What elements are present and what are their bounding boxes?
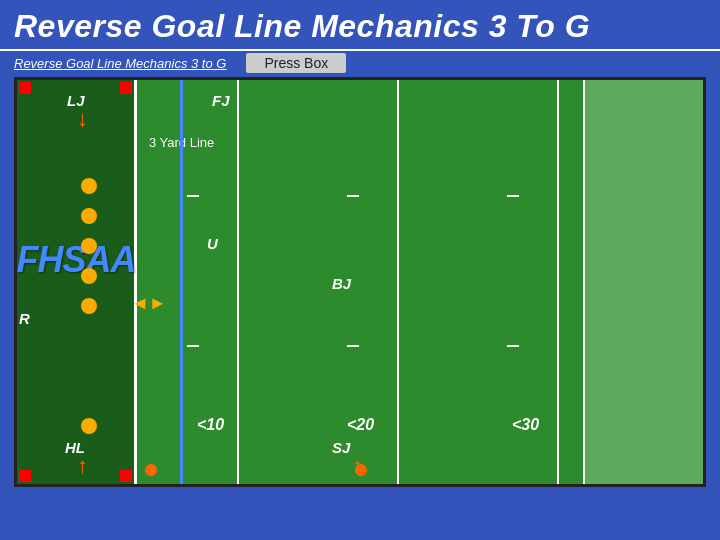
fhsaa-logo: FHSAA — [22, 120, 130, 400]
goal-line-blue — [180, 80, 183, 484]
yard-marker-10: <10 — [197, 416, 224, 434]
hash-3-lower — [507, 345, 519, 347]
main-title: Reverse Goal Line Mechanics 3 To G — [14, 8, 706, 45]
subtitle-link[interactable]: Reverse Goal Line Mechanics 3 to G — [14, 56, 226, 71]
field-right-section — [583, 80, 703, 484]
hash-2-lower — [347, 345, 359, 347]
yard-marker-20: <20 — [347, 416, 374, 434]
player-circle-6 — [81, 418, 97, 434]
field-container: FHSAA 3 Yard Line — [14, 77, 706, 487]
yard-line-30 — [557, 80, 559, 484]
hash-1-upper — [187, 195, 199, 197]
hash-3-upper — [507, 195, 519, 197]
arrow-down-LJ: ↓ — [77, 106, 88, 132]
hash-2-upper — [347, 195, 359, 197]
player-circle-3 — [81, 238, 97, 254]
player-circle-1 — [81, 178, 97, 194]
header: Reverse Goal Line Mechanics 3 To G — [0, 0, 720, 49]
hash-1-lower — [187, 345, 199, 347]
yard-line-20 — [397, 80, 399, 484]
player-U: U — [207, 235, 218, 252]
small-circle-2 — [355, 464, 367, 476]
player-BJ: BJ — [332, 275, 351, 292]
player-circle-4 — [81, 268, 97, 284]
yard-marker-30: <30 — [512, 416, 539, 434]
player-circle-5 — [81, 298, 97, 314]
arrow-up-HL: ↑ — [77, 453, 88, 479]
subtitle-bar: Reverse Goal Line Mechanics 3 to G Press… — [0, 51, 720, 77]
corner-marker-top-left — [19, 82, 31, 94]
player-FJ: FJ — [212, 92, 230, 109]
fhsaa-text: FHSAA — [17, 239, 136, 281]
press-box-badge: Press Box — [246, 53, 346, 73]
endzone-left: FHSAA — [17, 80, 137, 484]
yard-line-right — [583, 80, 585, 484]
los-arrow: ◄► — [131, 293, 167, 314]
hash-marker-top — [120, 82, 132, 94]
yard-line-10 — [237, 80, 239, 484]
small-circle-1 — [145, 464, 157, 476]
player-SJ: SJ — [332, 439, 350, 456]
corner-marker-bottom-left — [19, 470, 31, 482]
player-circle-2 — [81, 208, 97, 224]
field-main: 3 Yard Line <10 <20 <30 LJ FJ U BJ HL SJ… — [137, 80, 703, 484]
player-R: R — [19, 310, 30, 327]
bottom-bar — [0, 502, 720, 540]
hash-marker-bottom — [120, 470, 132, 482]
